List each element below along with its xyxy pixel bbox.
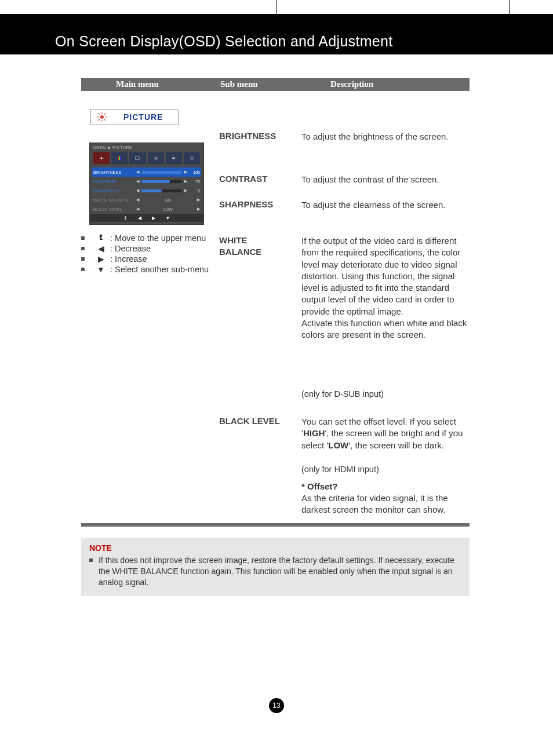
legend-row-down: ▼ : Select another sub-menu — [81, 265, 214, 274]
bullet-icon — [81, 247, 85, 250]
legend-row-right: ▶ : Increase — [81, 254, 214, 264]
legend-row-left: ◀ : Decrease — [81, 244, 214, 253]
osd-rows: BRIGHTNESS ◀ ▶ 100 CONTRAST ◀ ▶ 70 SHARP… — [93, 167, 200, 214]
header-main-menu: Main menu — [116, 79, 159, 89]
desc-brightness: To adjust the brightness of the screen. — [301, 131, 472, 143]
page-number-badge: 13 — [269, 698, 284, 713]
page-title: On Screen Display(OSD) Selection and Adj… — [55, 33, 392, 50]
osd-nav-left-icon: ◀ — [138, 216, 141, 221]
up-return-icon — [95, 233, 107, 243]
desc-white-balance: If the output of the video card is diffe… — [301, 235, 472, 341]
svg-point-0 — [100, 115, 104, 119]
svg-point-9 — [101, 158, 103, 159]
osd-tab-picture — [93, 152, 110, 164]
desc-black-level-note: (only for HDMI input) — [301, 464, 472, 476]
svg-line-6 — [104, 119, 105, 120]
desc-offset-title: * Offset? — [301, 481, 472, 492]
svg-rect-15 — [119, 156, 120, 160]
osd-tab-setup — [184, 152, 200, 164]
note-box: NOTE If this does not improve the screen… — [81, 538, 470, 596]
osd-tab-func — [148, 152, 164, 164]
osd-row-contrast: CONTRAST ◀ ▶ 70 — [93, 177, 200, 186]
svg-line-5 — [99, 114, 100, 115]
column-header-bar: Main menu Sub menu Description — [81, 78, 470, 91]
arrow-right-icon: ▶ — [95, 254, 107, 264]
submenu-black-level: BLACK LEVEL — [219, 416, 280, 426]
osd-screenshot: MENU ▶ PICTURE BRIGHTNESS ◀ ▶ 100 CONTRA… — [89, 143, 204, 225]
title-band: On Screen Display(OSD) Selection and Adj… — [0, 14, 553, 54]
arrow-left-icon: ◀ — [95, 244, 107, 253]
legend-row-up: : Move to the upper menu — [81, 233, 214, 243]
bullet-icon — [81, 257, 85, 261]
desc-offset-body: As the criteria for video signal, it is … — [301, 492, 472, 516]
svg-rect-14 — [118, 156, 119, 160]
desc-black-level: You can set the offset level. If you sel… — [301, 416, 472, 451]
osd-tab-display — [129, 152, 145, 164]
svg-point-20 — [190, 157, 193, 160]
desc-sharpness: To adjust the clearness of the screen. — [301, 199, 472, 211]
submenu-brightness: BRIGHTNESS — [219, 131, 276, 141]
submenu-sharpness: SHARPNESS — [219, 199, 273, 209]
note-line: If this does not improve the screen imag… — [89, 555, 461, 588]
svg-rect-17 — [136, 157, 140, 160]
crop-marks — [0, 0, 553, 14]
osd-nav-down-icon: ▼ — [166, 216, 170, 221]
osd-row-brightness: BRIGHTNESS ◀ ▶ 100 — [92, 167, 201, 177]
nav-legend: : Move to the upper menu ◀ : Decrease ▶ … — [81, 233, 214, 275]
submenu-white-balance-1: WHITE — [219, 235, 247, 245]
bullet-icon — [81, 236, 85, 240]
osd-breadcrumb: MENU ▶ PICTURE — [93, 145, 132, 150]
osd-footer-nav: ↥ ◀ ▶ ▼ — [90, 214, 203, 222]
osd-row-sharpness: SHARPNESS ◀ ▶ 5 — [93, 186, 200, 195]
bullet-icon — [81, 268, 85, 271]
osd-nav-right-icon: ▶ — [152, 216, 155, 221]
sun-icon — [97, 112, 107, 122]
picture-category-box: PICTURE — [90, 109, 179, 125]
submenu-white-balance-2: BALANCE — [219, 247, 261, 257]
osd-row-black-level: BLACK LEVEL ◀ LOW ▶ — [93, 204, 200, 214]
picture-label-text: PICTURE — [123, 112, 163, 122]
arrow-down-icon: ▼ — [95, 265, 107, 274]
osd-tabs — [93, 152, 200, 164]
svg-line-7 — [104, 114, 105, 115]
bullet-icon — [89, 558, 93, 562]
note-body: If this does not improve the screen imag… — [99, 555, 461, 588]
header-sub-menu: Sub menu — [220, 79, 258, 89]
svg-point-19 — [155, 158, 157, 159]
desc-white-balance-note: (only for D-SUB input) — [301, 389, 472, 400]
note-title: NOTE — [89, 543, 461, 553]
osd-nav-up-icon: ↥ — [123, 216, 128, 221]
header-description: Description — [330, 79, 373, 89]
desc-contrast: To adjust the contrast of the screen. — [301, 174, 472, 185]
osd-tab-audio — [166, 152, 182, 164]
svg-line-8 — [99, 119, 100, 120]
svg-rect-16 — [120, 156, 121, 160]
osd-tab-color — [111, 152, 128, 164]
page-number: 13 — [272, 702, 280, 710]
osd-row-white-balance: WHITE BALANCE ◀ NO ▶ — [93, 195, 200, 204]
submenu-contrast: CONTRAST — [219, 174, 267, 184]
section-divider — [81, 523, 470, 527]
